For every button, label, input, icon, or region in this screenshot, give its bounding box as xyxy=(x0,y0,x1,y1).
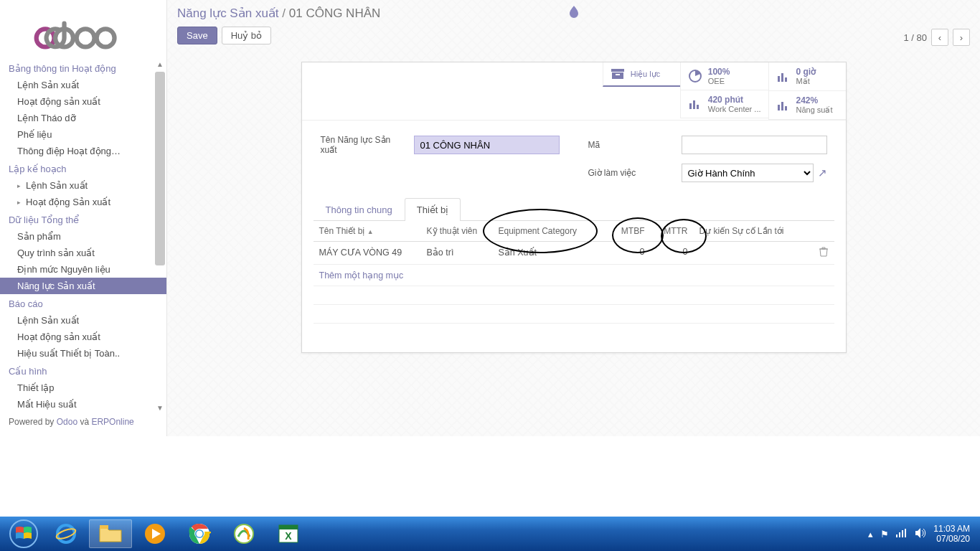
svg-rect-4 xyxy=(611,69,624,72)
cell-next xyxy=(694,242,813,264)
tab-equipment[interactable]: Thiết bị xyxy=(405,198,461,221)
scroll-down-icon[interactable]: ▼ xyxy=(156,404,164,412)
input-code[interactable] xyxy=(682,136,827,154)
powered-by: Powered by Odoo và ERPOnline xyxy=(0,413,166,431)
tab-general[interactable]: Thông tin chung xyxy=(314,198,405,221)
sidebar-item-label: Hoạt động Sản xuất xyxy=(26,197,110,207)
external-link-icon[interactable]: ↗ xyxy=(818,166,827,179)
svg-rect-8 xyxy=(689,103,692,109)
stat-oee[interactable]: 100%OEE xyxy=(680,62,768,90)
sidebar-item-hoat-dong-san-xuat-1[interactable]: Hoạt động sản xuất xyxy=(0,93,166,110)
input-name[interactable] xyxy=(414,136,560,154)
col-category[interactable]: Equipment Category xyxy=(493,221,608,241)
pager-prev-button[interactable]: ‹ xyxy=(931,29,948,46)
table-empty-row xyxy=(314,286,834,305)
col-next-failure[interactable]: Dự kiến Sự cố Lần tới xyxy=(694,221,813,241)
cell-mttr: 0 xyxy=(651,242,694,264)
table-header: Tên Thiết bị ▲ Kỹ thuật viên Equipment C… xyxy=(314,221,834,242)
scrollbar-thumb[interactable] xyxy=(155,72,165,265)
sidebar-item-report-oee[interactable]: Hiệu suất Thiết bị Toàn.. xyxy=(0,345,166,362)
sidebar-item-lenh-san-xuat-2[interactable]: ▸Lệnh Sản xuất xyxy=(0,177,166,194)
col-technician[interactable]: Kỹ thuật viên xyxy=(421,221,493,241)
main-content: Năng lực Sản xuất / 01 CÔNG NHÂN Save Hu… xyxy=(166,0,980,436)
svg-rect-12 xyxy=(781,73,783,82)
cell-name: MÁY CƯA VÒNG 49 xyxy=(314,242,421,264)
add-item-link[interactable]: Thêm một hạng mục xyxy=(314,265,834,286)
sidebar: ▲ ▼ Bảng thông tin Hoạt động Lệnh Sản xu… xyxy=(0,0,166,436)
col-mtbf[interactable]: MTBF xyxy=(608,221,651,241)
pager-next-button[interactable]: › xyxy=(953,29,970,46)
stat-label: OEE xyxy=(708,77,730,85)
equipment-table: Tên Thiết bị ▲ Kỹ thuật viên Equipment C… xyxy=(314,221,834,286)
odoo-link[interactable]: Odoo xyxy=(57,417,77,427)
stat-productivity[interactable]: 242%Năng suất xyxy=(768,91,846,120)
stat-active[interactable]: Hiệu lực xyxy=(603,62,680,87)
section-report[interactable]: Báo cáo xyxy=(0,294,166,312)
breadcrumb-parent[interactable]: Năng lực Sản xuất xyxy=(177,6,279,20)
sidebar-item-hoat-dong-san-xuat-2[interactable]: ▸Hoạt động Sản xuất xyxy=(0,194,166,210)
delete-row-button[interactable] xyxy=(813,242,834,264)
pager: 1 / 80 ‹ › xyxy=(903,29,970,46)
svg-point-2 xyxy=(97,29,115,47)
table-row[interactable]: MÁY CƯA VÒNG 49 Bảo trì Sản Xuất 0 0 xyxy=(314,242,834,265)
section-config[interactable]: Cấu hình xyxy=(0,362,166,380)
sidebar-item-lenh-san-xuat-1[interactable]: Lệnh Sản xuất xyxy=(0,77,166,93)
archive-icon xyxy=(611,67,625,81)
svg-rect-16 xyxy=(785,106,787,110)
section-planning[interactable]: Lập kế hoạch xyxy=(0,159,166,177)
stat-label: Năng suất xyxy=(796,105,833,115)
erponline-link[interactable]: ERPOnline xyxy=(91,417,133,427)
sidebar-item-thong-diep[interactable]: Thông điệp Hoạt động… xyxy=(0,143,166,159)
breadcrumb-sep: / xyxy=(282,6,286,20)
odoo-logo-icon xyxy=(33,20,133,50)
svg-rect-15 xyxy=(781,102,783,110)
svg-rect-9 xyxy=(693,100,695,109)
sidebar-item-lenh-thao-do[interactable]: Lệnh Tháo dỡ xyxy=(0,110,166,126)
bar-chart-icon xyxy=(776,98,791,113)
section-master-data[interactable]: Dữ liệu Tổng thể xyxy=(0,210,166,228)
select-working-hours[interactable]: Giờ Hành Chính xyxy=(682,164,814,182)
sidebar-item-report-hoat-dong[interactable]: Hoạt động sản xuất xyxy=(0,329,166,345)
section-dashboard[interactable]: Bảng thông tin Hoạt động xyxy=(0,59,166,77)
sidebar-item-san-pham[interactable]: Sản phẩm xyxy=(0,228,166,245)
save-button[interactable]: Save xyxy=(177,27,217,44)
sidebar-item-nang-luc[interactable]: Năng lực Sản xuất xyxy=(0,278,166,294)
form-sheet: Hiệu lực 100%OEE 420 phútWork Center ...… xyxy=(301,62,847,353)
topbar: Năng lực Sản xuất / 01 CÔNG NHÂN Save Hu… xyxy=(167,0,980,50)
sidebar-item-settings[interactable]: Thiết lập xyxy=(0,380,166,396)
stat-workcenter-load[interactable]: 420 phútWork Center ... xyxy=(680,90,768,118)
sidebar-item-mat-hieu-suat[interactable]: Mất Hiệu suất xyxy=(0,396,166,413)
caret-right-icon: ▸ xyxy=(17,199,23,206)
stat-value: 420 phút xyxy=(708,95,761,105)
cancel-button[interactable]: Huỷ bỏ xyxy=(222,27,271,44)
stat-buttons: Hiệu lực 100%OEE 420 phútWork Center ...… xyxy=(302,62,846,121)
col-mttr[interactable]: MTTR xyxy=(651,221,694,241)
cell-technician: Bảo trì xyxy=(421,242,493,264)
col-name[interactable]: Tên Thiết bị ▲ xyxy=(314,221,421,241)
sidebar-item-quy-trinh[interactable]: Quy trình sản xuất xyxy=(0,245,166,261)
svg-rect-10 xyxy=(697,105,699,109)
stat-lost[interactable]: 0 giờMất xyxy=(768,62,846,91)
svg-rect-5 xyxy=(612,72,623,79)
label-name: Tên Năng lực Sản xuất xyxy=(321,135,407,155)
form-grid: Tên Năng lực Sản xuất Mã Giờ làm việc Gi… xyxy=(302,121,846,189)
svg-rect-6 xyxy=(616,74,620,75)
trash-icon xyxy=(819,247,828,257)
scroll-up-icon[interactable]: ▲ xyxy=(156,60,164,68)
svg-point-1 xyxy=(77,29,95,47)
svg-rect-13 xyxy=(785,77,787,82)
logo[interactable] xyxy=(0,6,166,59)
sidebar-item-report-lenh[interactable]: Lệnh Sản xuất xyxy=(0,312,166,329)
stat-value: 242% xyxy=(796,95,833,105)
pager-position: 1 / 80 xyxy=(903,32,927,43)
sidebar-item-phe-lieu[interactable]: Phế liệu xyxy=(0,126,166,143)
bar-chart-icon xyxy=(688,97,702,111)
sidebar-item-dinh-muc[interactable]: Định mức Nguyên liệu xyxy=(0,261,166,278)
stat-value: 100% xyxy=(708,67,730,77)
bar-chart-icon xyxy=(776,70,791,84)
cell-category: Sản Xuất xyxy=(493,242,608,264)
stat-label: Work Center ... xyxy=(708,105,761,113)
breadcrumb: Năng lực Sản xuất / 01 CÔNG NHÂN xyxy=(177,6,970,21)
svg-rect-14 xyxy=(778,105,780,110)
stat-value: 0 giờ xyxy=(796,67,816,77)
